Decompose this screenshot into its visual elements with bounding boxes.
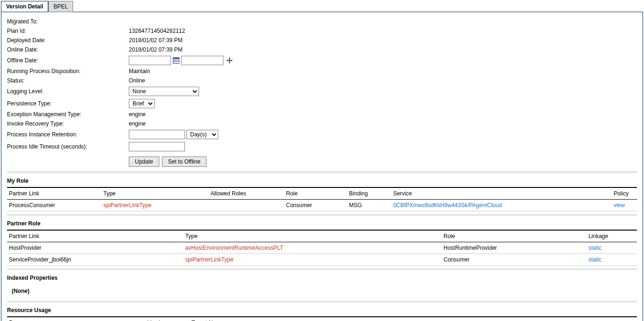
table-row: ProcessConsumer spiPartnerLinkType Consu… xyxy=(7,200,637,211)
cell-role: Consumer xyxy=(284,200,348,211)
cell-role: Consumer xyxy=(442,254,586,266)
plan-id-value: 132847714504282112 xyxy=(129,28,185,34)
partner-role-title: Partner Role xyxy=(7,220,637,227)
set-offline-button[interactable]: Set to Offline xyxy=(162,157,207,167)
divider xyxy=(7,214,637,216)
cell-partner-link: ProcessConsumer xyxy=(7,200,102,211)
tab-bpel[interactable]: BPEL xyxy=(48,1,73,12)
version-detail-panel: Migrated To: Plan Id: 132847714504282112… xyxy=(1,12,643,321)
th-service: Service xyxy=(391,187,612,200)
my-role-title: My Role xyxy=(7,178,637,184)
offline-date-label: Offline Date: xyxy=(7,57,129,64)
online-date-value: 2018/01/02 07:39 PM xyxy=(129,46,183,53)
status-label: Status: xyxy=(7,77,129,84)
th-role: Role xyxy=(442,230,586,242)
th-partner-link: Partner Link xyxy=(7,187,102,200)
linkage-link[interactable]: static xyxy=(588,245,601,251)
svg-rect-8 xyxy=(228,60,231,61)
th-type: Type xyxy=(184,230,442,242)
migrated-to-label: Migrated To: xyxy=(7,18,129,25)
move-icon[interactable] xyxy=(226,57,233,64)
cell-partner-link: HostProvider xyxy=(7,242,184,254)
offline-date-input[interactable] xyxy=(129,56,171,65)
policy-link[interactable]: view xyxy=(614,202,625,209)
th-allowed-roles: Allowed Roles xyxy=(208,187,284,200)
th-partner-link: Partner Link xyxy=(7,230,184,242)
persistence-label: Persistence Type: xyxy=(7,100,129,107)
resource-usage-title: Resource Usage xyxy=(7,307,637,314)
th-resource: Resource xyxy=(7,317,146,321)
invoke-value: engine xyxy=(129,120,146,127)
tab-bar: Version Detail BPEL xyxy=(1,1,643,12)
cell-type: spiPartnerLinkType xyxy=(102,200,209,211)
retention-unit-select[interactable]: Day(s) xyxy=(186,130,218,139)
th-type: Type xyxy=(102,187,209,200)
retention-input[interactable] xyxy=(129,130,185,139)
th-version: Version xyxy=(146,317,190,321)
partner-role-table: Partner Link Type Role Linkage HostProvi… xyxy=(7,230,637,266)
online-date-label: Online Date: xyxy=(7,46,129,53)
my-role-table: Partner Link Type Allowed Roles Role Bin… xyxy=(7,187,637,211)
cell-binding: MSG xyxy=(347,200,391,211)
logging-level-select[interactable]: None xyxy=(129,87,199,96)
update-button[interactable]: Update xyxy=(129,157,159,167)
exception-label: Exception Management Type: xyxy=(7,111,129,118)
idle-timeout-label: Process Idle Timeout (seconds): xyxy=(7,143,129,150)
cell-allowed-roles xyxy=(208,200,284,211)
service-link[interactable]: 0CBfPXmws9sdKkH9w443Sk/PAgentCloud xyxy=(393,202,502,209)
indexed-props-title: Indexed Properties xyxy=(7,275,637,281)
th-binding: Binding xyxy=(347,187,391,200)
disposition-value: Maintain xyxy=(129,68,150,75)
retention-label: Process Instance Retention: xyxy=(7,131,129,138)
divider xyxy=(7,172,637,173)
linkage-link[interactable]: static xyxy=(588,256,601,263)
th-linkage: Linkage xyxy=(586,230,637,242)
plan-id-label: Plan Id: xyxy=(7,28,129,34)
divider xyxy=(7,301,637,302)
deployed-date-label: Deployed Date: xyxy=(7,37,129,44)
th-target-ns: Target Namespace xyxy=(190,317,637,321)
exception-value: engine xyxy=(129,111,146,118)
indexed-props-none: (None) xyxy=(7,284,637,298)
resource-usage-table: Resource Version Target Namespace AeInfa… xyxy=(7,316,637,321)
calendar-icon[interactable] xyxy=(172,57,180,64)
table-row: ServiceProvider_jboi66jn spiPartnerLinkT… xyxy=(7,254,637,266)
cell-role: HostRuntimeProvider xyxy=(442,242,586,254)
tab-version-detail[interactable]: Version Detail xyxy=(1,1,48,12)
divider xyxy=(7,269,637,270)
cell-type: spiPartnerLinkType xyxy=(184,254,442,266)
persistence-type-select[interactable]: Brief xyxy=(129,99,155,108)
th-role: Role xyxy=(284,187,348,200)
cell-type: avHostEnvironmentRuntimeAccessPLT xyxy=(184,242,442,254)
invoke-label: Invoke Recovery Type: xyxy=(7,120,129,127)
th-policy: Policy xyxy=(612,187,637,200)
cell-partner-link: ServiceProvider_jboi66jn xyxy=(7,254,184,266)
logging-label: Logging Level: xyxy=(7,88,129,95)
disposition-label: Running Process Disposition: xyxy=(7,68,129,75)
status-value: Online xyxy=(129,77,145,84)
table-row: HostProvider avHostEnvironmentRuntimeAcc… xyxy=(7,242,637,254)
idle-timeout-input[interactable] xyxy=(129,142,185,151)
offline-time-input[interactable] xyxy=(181,56,223,65)
deployed-date-value: 2018/01/02 07:39 PM xyxy=(129,37,183,44)
